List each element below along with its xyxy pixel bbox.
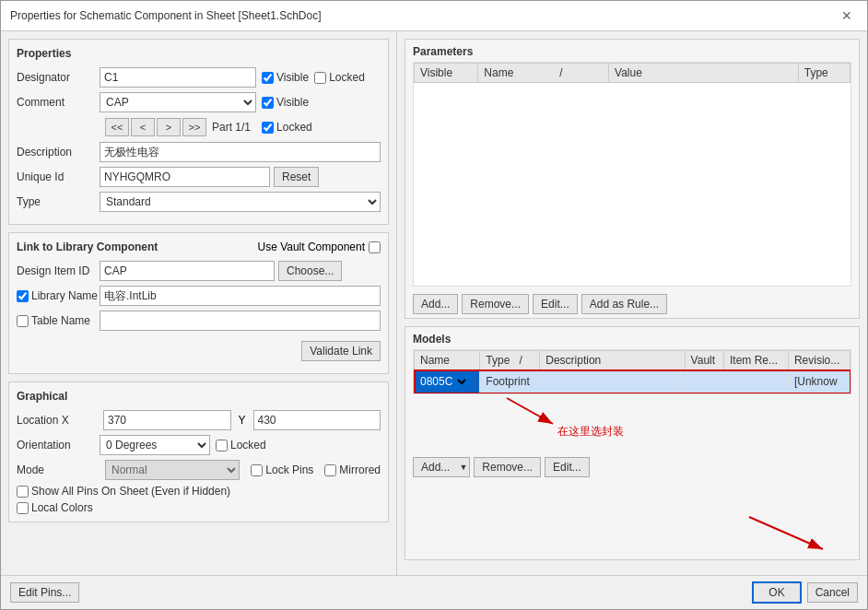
annotation-arrows: 在这里选封装 [479, 389, 710, 463]
parameters-add-rule-button[interactable]: Add as Rule... [581, 294, 667, 314]
properties-section: Properties Designator Visible Locked [8, 39, 389, 225]
models-inner: Name Type / Description Vault Item Re...… [405, 349, 859, 453]
models-actions: Add... ▼ Remove... Edit... [405, 453, 859, 481]
show-pins-label[interactable]: Show All Pins On Sheet (Even if Hidden) [17, 485, 230, 498]
local-colors-row: Local Colors [17, 501, 381, 514]
designator-row: Designator Visible Locked [17, 67, 381, 88]
parameters-remove-button[interactable]: Remove... [462, 294, 529, 314]
description-label: Description [17, 146, 100, 158]
locked-checkbox-label[interactable]: Locked [314, 71, 365, 84]
table-name-checkbox[interactable] [17, 315, 29, 327]
param-col-name: Name / [478, 64, 609, 83]
show-pins-row: Show All Pins On Sheet (Even if Hidden) [17, 485, 381, 498]
right-panel: Parameters Visible Name / Value Type [397, 31, 867, 575]
dialog-footer: Edit Pins... OK Cancel [1, 575, 867, 609]
ok-button[interactable]: OK [752, 581, 801, 604]
orientation-row: Orientation 0 Degrees 90 Degrees 180 Deg… [17, 435, 381, 455]
part-locked-checkbox[interactable] [262, 122, 274, 134]
comment-visible-label[interactable]: Visible [262, 96, 309, 109]
table-row[interactable]: 0805C ▼ Footprint [415, 370, 850, 393]
description-input[interactable] [100, 142, 381, 162]
edit-pins-button[interactable]: Edit Pins... [10, 582, 79, 603]
unique-id-label: Unique Id [17, 170, 100, 183]
location-row: Location X Y [17, 410, 381, 430]
table-name-checkbox-label[interactable]: Table Name [17, 314, 100, 327]
show-pins-checkbox[interactable] [17, 486, 29, 498]
comment-visible-checkbox[interactable] [262, 97, 274, 109]
table-name-input[interactable] [100, 311, 381, 331]
models-remove-button[interactable]: Remove... [474, 457, 541, 477]
validate-link-button[interactable]: Validate Link [301, 341, 381, 361]
parameters-add-button[interactable]: Add... [413, 294, 458, 314]
graphical-locked-label[interactable]: Locked [216, 439, 266, 452]
mirrored-label[interactable]: Mirrored [324, 463, 381, 476]
local-colors-checkbox[interactable] [17, 502, 29, 514]
library-name-input[interactable] [100, 286, 381, 306]
graphical-locked-checkbox[interactable] [216, 440, 228, 452]
design-item-id-input[interactable] [100, 261, 275, 281]
unique-id-input[interactable] [100, 167, 270, 187]
part-first-button[interactable]: << [105, 118, 129, 136]
models-section: Models Name Type / Description Vault [405, 326, 860, 560]
part-prev-button[interactable]: < [131, 118, 155, 136]
annotation-text: 在这里选封装 [557, 425, 624, 438]
type-select[interactable]: Standard Net Tie [100, 192, 381, 212]
svg-line-2 [507, 398, 553, 424]
part-navigation: << < > >> [105, 118, 206, 136]
dialog-body: Properties Designator Visible Locked [1, 31, 867, 575]
location-x-input[interactable] [103, 410, 231, 430]
model-desc-cell [540, 370, 685, 393]
orientation-label: Orientation [17, 439, 100, 452]
models-table: Name Type / Description Vault Item Re...… [414, 350, 850, 393]
close-button[interactable]: ✕ [836, 6, 858, 25]
models-add-arrow[interactable]: ▼ [457, 457, 470, 477]
part-last-button[interactable]: >> [182, 118, 206, 136]
parameters-section: Parameters Visible Name / Value Type [405, 39, 860, 319]
lock-pins-label[interactable]: Lock Pins [251, 463, 313, 476]
model-name-dropdown[interactable]: ▼ [454, 373, 469, 390]
model-col-vault: Vault [685, 351, 723, 370]
choose-button[interactable]: Choose... [278, 261, 342, 281]
param-col-visible: Visible [415, 64, 478, 83]
validate-row: Validate Link [17, 335, 381, 361]
model-col-desc: Description [540, 351, 685, 370]
dialog-window: Properties for Schematic Component in Sh… [0, 0, 868, 610]
model-name-cell[interactable]: 0805C ▼ [415, 370, 480, 393]
comment-label: Comment [17, 96, 100, 109]
parameters-table-container: Visible Name / Value Type [413, 62, 851, 287]
library-name-checkbox[interactable] [17, 290, 29, 302]
designator-input[interactable] [100, 67, 256, 88]
visible-checkbox[interactable] [262, 72, 274, 84]
part-next-button[interactable]: > [157, 118, 181, 136]
title-bar: Properties for Schematic Component in Sh… [1, 1, 867, 31]
cancel-button[interactable]: Cancel [807, 582, 858, 603]
location-y-input[interactable] [253, 410, 381, 430]
reset-button[interactable]: Reset [274, 167, 319, 187]
mode-label: Mode [17, 463, 100, 476]
dialog-title: Properties for Schematic Component in Sh… [10, 9, 322, 22]
parameters-edit-button[interactable]: Edit... [533, 294, 578, 314]
mirrored-checkbox[interactable] [324, 464, 336, 476]
models-add-dropdown[interactable]: Add... ▼ [413, 457, 470, 477]
model-revision-cell: [Unknow [788, 370, 850, 393]
orientation-select[interactable]: 0 Degrees 90 Degrees 180 Degrees 270 Deg… [100, 435, 210, 455]
model-vault-cell [685, 370, 723, 393]
model-itemrev-cell [724, 370, 789, 393]
link-library-section: Link to Library Component Use Vault Comp… [8, 232, 389, 374]
param-col-value: Value [609, 64, 799, 83]
mode-select[interactable]: Normal [105, 460, 240, 480]
part-locked-label[interactable]: Locked [262, 121, 312, 134]
use-vault-checkbox[interactable] [369, 241, 381, 253]
design-item-id-row: Design Item ID Choose... [17, 261, 381, 281]
model-col-revision: Revisio... [788, 351, 850, 370]
models-edit-button[interactable]: Edit... [545, 457, 590, 477]
visible-checkbox-label[interactable]: Visible [262, 71, 309, 84]
models-add-button[interactable]: Add... [413, 457, 457, 477]
lock-pins-checkbox[interactable] [251, 464, 263, 476]
location-x-label: Location X [17, 414, 100, 427]
comment-select[interactable]: CAP [100, 92, 256, 112]
library-name-checkbox-label[interactable]: Library Name [17, 289, 100, 302]
local-colors-label[interactable]: Local Colors [17, 501, 93, 514]
locked-checkbox[interactable] [314, 72, 326, 84]
table-name-row: Table Name [17, 311, 381, 331]
